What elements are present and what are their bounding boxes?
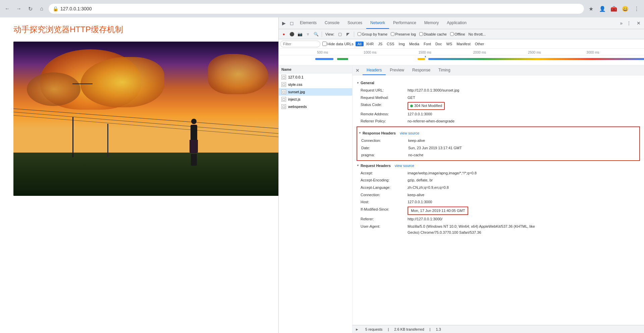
lock-icon: 🔒 xyxy=(53,6,58,11)
preserve-log-checkbox[interactable] xyxy=(391,32,394,36)
details-tab-preview[interactable]: Preview xyxy=(386,65,408,75)
timeline-mark-3000: 3000 ms xyxy=(586,51,599,54)
screenshot-view-btn[interactable]: ◤ xyxy=(344,31,352,38)
forward-button[interactable]: → xyxy=(14,4,23,13)
back-button[interactable]: ← xyxy=(3,4,12,13)
star-button[interactable]: ★ xyxy=(586,4,596,13)
filter-type-ws[interactable]: WS xyxy=(444,42,454,46)
if-modified-since-value: Mon, 17 Jun 2019 11:40:05 GMT xyxy=(408,207,468,215)
filter-type-media[interactable]: Media xyxy=(407,42,421,46)
timeline-bar: 500 ms 1000 ms 1500 ms 2000 ms 2500 ms 3… xyxy=(279,49,644,65)
group-by-frame-label: Group by frame xyxy=(362,32,387,36)
request-headers-view-source[interactable]: view source xyxy=(395,164,414,168)
details-close-btn[interactable]: ✕ xyxy=(354,67,361,74)
devtools-device-btn[interactable]: ◻ xyxy=(288,19,296,27)
accept-row: Accept: image/webp,image/apng,image/*,*/… xyxy=(357,170,640,177)
accept-language-value: zh-CN,zh;q=0.9,en;q=0.8 xyxy=(408,185,449,191)
status-code-value: 304 Not Modified xyxy=(414,103,442,109)
filter-input[interactable] xyxy=(280,41,320,47)
filter-type-font[interactable]: Font xyxy=(422,42,433,46)
devtools-options-btn[interactable]: ⋮ xyxy=(625,19,633,27)
disable-cache-label: Disable cache xyxy=(424,32,447,36)
general-section-title: ▼ General xyxy=(357,81,640,85)
tab-performance[interactable]: Performance xyxy=(389,17,420,29)
request-method-value: GET xyxy=(408,95,415,101)
details-header: ✕ Headers Preview Response Timing xyxy=(353,65,644,75)
file-item-4[interactable]: □ inject.js xyxy=(279,96,352,103)
file-icon-1: □ xyxy=(281,75,286,79)
accept-encoding-value: gzip, deflate, br xyxy=(408,177,433,183)
file-name-1: 127.0.0.1 xyxy=(288,75,304,79)
clear-btn[interactable]: ⚫ xyxy=(288,31,296,38)
offline-label: Offline xyxy=(454,32,465,36)
host-row: Host: 127.0.0.1:3000 xyxy=(357,199,640,206)
reload-button[interactable]: ↻ xyxy=(25,4,35,13)
referrer-policy-row: Referrer Policy: no-referrer-when-downgr… xyxy=(357,118,640,125)
tab-console[interactable]: Console xyxy=(321,17,343,29)
devtools-inspect-btn[interactable]: ▶ xyxy=(280,19,288,27)
file-name-5: webspeeds xyxy=(288,105,307,109)
profile-icon[interactable]: 👤 xyxy=(598,4,607,13)
group-by-frame-group: Group by frame xyxy=(358,32,387,36)
response-headers-box: ▼ Response Headers view source Connectio… xyxy=(357,126,640,161)
filter-type-all[interactable]: All xyxy=(356,42,364,46)
host-key: Host: xyxy=(361,199,408,205)
file-item-2[interactable]: □ style.css xyxy=(279,81,352,88)
filter-type-other[interactable]: Other xyxy=(473,42,486,46)
filter-type-js[interactable]: JS xyxy=(376,42,384,46)
request-method-row: Request Method: GET xyxy=(357,94,640,102)
extensions-icon[interactable]: 🧰 xyxy=(609,4,619,13)
details-tab-headers[interactable]: Headers xyxy=(363,65,386,75)
hide-data-urls-label: Hide data URLs xyxy=(327,42,354,46)
connection-request-value: keep-alive xyxy=(408,192,424,198)
details-tab-timing[interactable]: Timing xyxy=(434,65,454,75)
tab-sources[interactable]: Sources xyxy=(343,17,366,29)
offline-checkbox[interactable] xyxy=(450,32,454,36)
toolbar-sep-2 xyxy=(354,32,354,37)
record-btn[interactable]: ● xyxy=(280,31,287,38)
menu-button[interactable]: ⋮ xyxy=(632,4,641,13)
file-item-1[interactable]: □ 127.0.0.1 xyxy=(279,73,352,81)
status-toggle-icon[interactable]: ► xyxy=(355,327,360,331)
tab-network[interactable]: Network xyxy=(366,17,389,29)
address-bar[interactable]: 🔒 127.0.0.1:3000 xyxy=(48,3,584,14)
grid-view-btn[interactable]: ▢ xyxy=(336,31,344,38)
file-item-3[interactable]: □ sunset.jpg xyxy=(279,88,352,96)
request-method-key: Request Method: xyxy=(361,95,408,101)
pole-1 xyxy=(72,117,73,157)
headers-content[interactable]: ▼ General Request URL: http://127.0.0.1:… xyxy=(353,75,644,325)
details-tab-response[interactable]: Response xyxy=(408,65,434,75)
filter-bar: Hide data URLs All XHR JS CSS Img Media … xyxy=(279,39,644,49)
filter-type-xhr[interactable]: XHR xyxy=(364,42,376,46)
emoji-icon[interactable]: 😀 xyxy=(621,4,630,13)
filter-btn[interactable]: ▿ xyxy=(304,31,312,38)
response-headers-triangle: ▼ xyxy=(359,131,361,134)
filter-type-doc[interactable]: Doc xyxy=(433,42,444,46)
group-by-frame-checkbox[interactable] xyxy=(358,32,361,36)
hide-data-urls-checkbox[interactable] xyxy=(322,42,327,46)
tab-elements[interactable]: Elements xyxy=(296,17,321,29)
disable-cache-checkbox[interactable] xyxy=(419,32,423,36)
timeline-bar-1 xyxy=(315,58,333,60)
status-separator-1: | xyxy=(388,327,389,331)
filter-type-manifest[interactable]: Manifest xyxy=(454,42,473,46)
more-tabs-btn[interactable]: » xyxy=(618,19,625,27)
browser-chrome: ← → ↻ ⌂ 🔒 127.0.0.1:3000 ★ 👤 🧰 😀 ⋮ xyxy=(0,0,644,17)
filter-type-img[interactable]: Img xyxy=(397,42,407,46)
timeline-mark-2000: 2000 ms xyxy=(473,51,486,54)
filter-types: All XHR JS CSS Img Media Font Doc WS Man… xyxy=(356,42,486,46)
tab-memory[interactable]: Memory xyxy=(420,17,443,29)
status-code-row: Status Code: 304 Not Modified xyxy=(357,101,640,111)
response-headers-title: ▼ Response Headers view source xyxy=(357,131,639,135)
file-item-5[interactable]: □ webspeeds xyxy=(279,103,352,110)
accept-encoding-row: Accept-Encoding: gzip, deflate, br xyxy=(357,177,640,184)
devtools-close-btn[interactable]: ✕ xyxy=(635,19,643,27)
search-btn[interactable]: 🔍 xyxy=(312,31,320,38)
tab-application[interactable]: Application xyxy=(443,17,471,29)
filter-type-css[interactable]: CSS xyxy=(385,42,396,46)
details-panel: ✕ Headers Preview Response Timing ▼ Gene… xyxy=(353,65,644,333)
camera-btn[interactable]: 📷 xyxy=(296,31,304,38)
home-button[interactable]: ⌂ xyxy=(37,4,46,13)
response-headers-view-source[interactable]: view source xyxy=(400,131,419,135)
request-headers-triangle: ▼ xyxy=(357,164,359,167)
